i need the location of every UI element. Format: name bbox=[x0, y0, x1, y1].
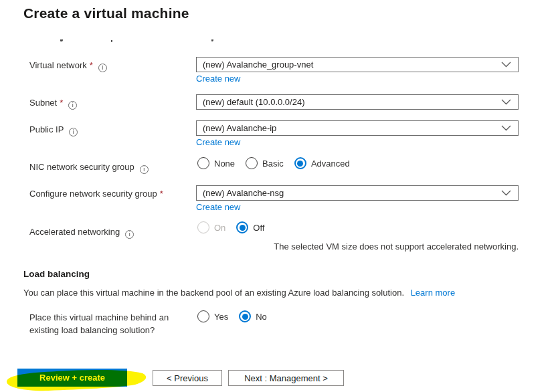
chevron-down-icon bbox=[501, 62, 511, 68]
radio-unselected-icon bbox=[246, 157, 258, 169]
info-icon[interactable]: i bbox=[69, 128, 78, 136]
virtual-network-create-new-link[interactable]: Create new bbox=[196, 74, 240, 84]
radio-unselected-icon bbox=[197, 157, 209, 169]
clipped-text-fragment bbox=[111, 40, 112, 42]
learn-more-link[interactable]: Learn more bbox=[411, 288, 455, 298]
required-asterisk: * bbox=[160, 189, 163, 199]
nic-nsg-option-basic[interactable]: Basic bbox=[246, 157, 284, 169]
chevron-down-icon bbox=[501, 99, 511, 105]
radio-unselected-icon bbox=[197, 310, 209, 322]
public-ip-create-new-link[interactable]: Create new bbox=[196, 137, 240, 147]
chevron-down-icon bbox=[501, 125, 511, 131]
nic-nsg-label: NIC network security groupi bbox=[29, 161, 149, 174]
required-asterisk: * bbox=[90, 60, 93, 70]
virtual-network-dropdown[interactable]: (new) Avalanche_group-vnet bbox=[196, 57, 519, 72]
load-balancing-description: You can place this virtual machine in th… bbox=[23, 288, 455, 298]
required-asterisk: * bbox=[60, 98, 63, 108]
clipped-text-fragment bbox=[211, 39, 213, 41]
nic-nsg-radio-group: None Basic Advanced bbox=[197, 157, 361, 169]
virtual-network-label: Virtual network*i bbox=[29, 60, 107, 72]
previous-button[interactable]: < Previous bbox=[153, 370, 222, 386]
nic-nsg-option-advanced[interactable]: Advanced bbox=[294, 157, 350, 169]
radio-disabled-icon bbox=[197, 221, 209, 233]
load-balancing-question-label: Place this virtual machine behind an exi… bbox=[29, 312, 198, 337]
next-management-button[interactable]: Next : Management > bbox=[228, 370, 344, 386]
virtual-network-value: (new) Avalanche_group-vnet bbox=[203, 60, 501, 70]
configure-nsg-dropdown[interactable]: (new) Avalanche-nsg bbox=[196, 185, 519, 201]
info-icon[interactable]: i bbox=[68, 101, 77, 110]
public-ip-label: Public IPi bbox=[29, 124, 78, 136]
chevron-down-icon bbox=[501, 190, 511, 196]
configure-nsg-create-new-link[interactable]: Create new bbox=[196, 202, 240, 212]
accelerated-networking-radio-group: On Off bbox=[197, 221, 275, 233]
subnet-value: (new) default (10.0.0.0/24) bbox=[203, 97, 501, 107]
load-balancing-heading: Load balancing bbox=[23, 269, 90, 279]
load-balancing-option-no[interactable]: No bbox=[239, 310, 267, 322]
accelerated-networking-option-on: On bbox=[197, 221, 225, 233]
review-create-button[interactable]: Review + create bbox=[17, 369, 127, 387]
radio-selected-icon bbox=[236, 221, 248, 233]
radio-selected-icon bbox=[239, 310, 251, 322]
subnet-dropdown[interactable]: (new) default (10.0.0.0/24) bbox=[196, 94, 519, 110]
radio-selected-icon bbox=[294, 157, 306, 169]
subnet-label: Subnet*i bbox=[29, 97, 77, 110]
info-icon[interactable]: i bbox=[140, 165, 149, 174]
public-ip-value: (new) Avalanche-ip bbox=[203, 123, 501, 133]
info-icon[interactable]: i bbox=[125, 230, 134, 239]
clipped-text-fragment bbox=[60, 39, 63, 41]
public-ip-dropdown[interactable]: (new) Avalanche-ip bbox=[196, 120, 519, 136]
create-vm-page: Create a virtual machine Virtual network… bbox=[0, 0, 554, 392]
load-balancing-option-yes[interactable]: Yes bbox=[197, 310, 228, 322]
accelerated-networking-option-off[interactable]: Off bbox=[236, 221, 264, 233]
accelerated-networking-label: Accelerated networkingi bbox=[29, 226, 134, 239]
load-balancing-question-radio-group: Yes No bbox=[197, 310, 278, 322]
info-icon[interactable]: i bbox=[98, 64, 107, 72]
page-title: Create a virtual machine bbox=[23, 5, 189, 21]
configure-nsg-value: (new) Avalanche-nsg bbox=[203, 188, 501, 198]
configure-nsg-label: Configure network security group* bbox=[29, 188, 163, 199]
accelerated-networking-note: The selected VM size does not support ac… bbox=[196, 241, 519, 252]
nic-nsg-option-none[interactable]: None bbox=[197, 157, 235, 169]
